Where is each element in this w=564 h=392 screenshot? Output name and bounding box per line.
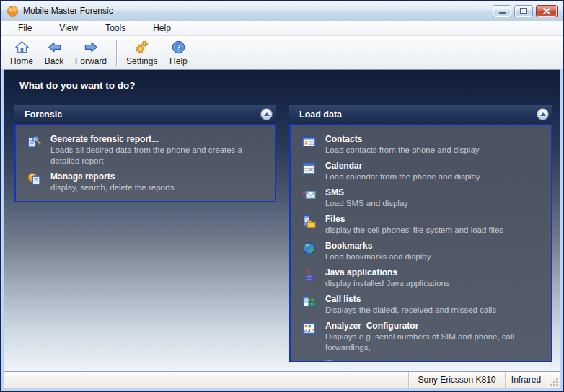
page-title: What do you want to do? bbox=[4, 70, 560, 91]
load-data-panel-body: Contacts Load contacts from the phone an… bbox=[289, 124, 552, 362]
load-data-panel: Load data bbox=[289, 105, 552, 362]
files-item[interactable]: Files display the cell phones' file syst… bbox=[302, 214, 544, 236]
forensic-collapse-button[interactable] bbox=[260, 108, 273, 120]
forensic-panel-title: Forensic bbox=[25, 110, 62, 120]
call-lists-item[interactable]: Call lists Displays the dialedl, receive… bbox=[302, 294, 544, 316]
item-desc: Load bookmarks and display bbox=[325, 251, 544, 262]
item-desc: display installed Java applications bbox=[325, 278, 544, 289]
item-title: SMS bbox=[325, 187, 544, 198]
bookmarks-item[interactable]: Bookmarks Load bookmarks and display bbox=[302, 241, 544, 262]
menu-file[interactable]: File bbox=[11, 22, 39, 35]
app-window: Mobile Master Forensic File View Tools H… bbox=[0, 0, 564, 392]
item-desc: Load calendar from the phone and display bbox=[325, 172, 544, 182]
minimize-button[interactable] bbox=[493, 5, 511, 17]
gears-icon bbox=[134, 40, 149, 55]
item-desc-ellipsis: ... bbox=[325, 353, 544, 364]
close-button[interactable] bbox=[536, 5, 558, 17]
item-desc: Load contacts from the phone and display bbox=[325, 145, 544, 156]
manage-reports-icon bbox=[27, 172, 42, 193]
status-device: Sony Ericsson K810 bbox=[408, 372, 505, 388]
window-title: Mobile Master Forensic bbox=[23, 6, 493, 16]
back-arrow-icon bbox=[47, 40, 62, 55]
help-label: Help bbox=[169, 56, 188, 66]
item-title: Files bbox=[325, 214, 544, 225]
chevron-up-icon bbox=[540, 112, 546, 116]
settings-label: Settings bbox=[126, 56, 157, 66]
sms-item[interactable]: SMS Load SMS and display bbox=[302, 187, 544, 209]
forward-arrow-icon bbox=[84, 40, 99, 55]
item-title: Calendar bbox=[325, 161, 544, 172]
item-desc: Displays the dialedl, received and misse… bbox=[325, 305, 544, 316]
help-button[interactable]: ? Help bbox=[162, 37, 194, 68]
contacts-item[interactable]: Contacts Load contacts from the phone an… bbox=[302, 134, 544, 156]
load-data-panel-title: Load data bbox=[299, 110, 342, 120]
call-lists-icon bbox=[302, 294, 317, 316]
analyzer-icon bbox=[302, 321, 317, 364]
calendar-icon bbox=[302, 161, 317, 182]
item-desc: Displays e.g. serial numbers of SIM and … bbox=[325, 331, 544, 353]
item-desc: Loads all desired data from the phone an… bbox=[50, 145, 268, 166]
contacts-icon bbox=[302, 134, 317, 156]
window-frame: What do you want to do? Forensic bbox=[4, 69, 560, 388]
home-button[interactable]: Home bbox=[5, 37, 38, 68]
generate-forensic-report-item[interactable]: Generate forensic report... Loads all de… bbox=[27, 134, 268, 166]
java-icon bbox=[302, 267, 317, 289]
forensic-panel-header: Forensic bbox=[14, 105, 276, 124]
menu-help[interactable]: Help bbox=[146, 22, 178, 35]
maximize-icon bbox=[520, 8, 527, 14]
item-title: Manage reports bbox=[50, 172, 268, 182]
load-data-panel-header: Load data bbox=[289, 105, 552, 124]
forensic-report-icon bbox=[27, 134, 42, 166]
help-icon: ? bbox=[171, 40, 186, 55]
forward-button[interactable]: Forward bbox=[70, 37, 112, 68]
minimize-icon bbox=[499, 12, 506, 14]
item-desc: Load SMS and display bbox=[325, 198, 544, 209]
settings-button[interactable]: Settings bbox=[121, 37, 162, 68]
item-title: Analyzer Configurator bbox=[325, 321, 544, 331]
statusbar-spacer bbox=[4, 372, 408, 388]
item-title: Generate forensic report... bbox=[50, 134, 268, 145]
item-desc: display the cell phones' file system and… bbox=[325, 225, 544, 236]
java-applications-item[interactable]: Java applications display installed Java… bbox=[302, 267, 544, 289]
sms-icon bbox=[302, 187, 317, 209]
resize-grip[interactable] bbox=[547, 372, 560, 388]
app-logo-icon bbox=[6, 5, 19, 17]
manage-reports-item[interactable]: Manage reports display, search, delete t… bbox=[27, 172, 268, 193]
item-title: Contacts bbox=[325, 134, 544, 145]
close-icon bbox=[543, 8, 550, 14]
calendar-item[interactable]: Calendar Load calendar from the phone an… bbox=[302, 161, 544, 182]
maximize-button[interactable] bbox=[514, 5, 533, 17]
chevron-up-icon bbox=[264, 112, 270, 116]
titlebar: Mobile Master Forensic bbox=[1, 1, 563, 21]
home-icon bbox=[14, 40, 30, 55]
statusbar: Sony Ericsson K810 Infrared bbox=[4, 371, 560, 388]
analyzer-configurator-item[interactable]: Analyzer Configurator Displays e.g. seri… bbox=[302, 321, 544, 364]
item-title: Call lists bbox=[325, 294, 544, 305]
home-label: Home bbox=[10, 56, 33, 66]
menu-view[interactable]: View bbox=[52, 22, 85, 35]
back-button[interactable]: Back bbox=[38, 37, 70, 68]
status-connection: Infrared bbox=[505, 372, 547, 388]
forensic-panel-body: Generate forensic report... Loads all de… bbox=[14, 124, 276, 202]
item-title: Bookmarks bbox=[325, 241, 544, 251]
item-desc: display, search, delete the reports bbox=[50, 182, 268, 193]
forensic-panel: Forensic bbox=[14, 105, 276, 202]
main-content: What do you want to do? Forensic bbox=[4, 70, 560, 371]
back-label: Back bbox=[45, 56, 64, 66]
menubar: File View Tools Help bbox=[1, 21, 563, 36]
svg-text:?: ? bbox=[177, 43, 181, 52]
toolbar-separator bbox=[116, 40, 117, 66]
bookmarks-icon bbox=[302, 241, 317, 262]
files-icon bbox=[302, 214, 317, 236]
item-title: Java applications bbox=[325, 267, 544, 278]
resize-grip-icon bbox=[550, 378, 558, 386]
forward-label: Forward bbox=[75, 56, 107, 66]
load-data-collapse-button[interactable] bbox=[537, 108, 549, 120]
toolbar: Home Back Forward Settings bbox=[1, 36, 563, 69]
menu-tools[interactable]: Tools bbox=[98, 22, 133, 35]
